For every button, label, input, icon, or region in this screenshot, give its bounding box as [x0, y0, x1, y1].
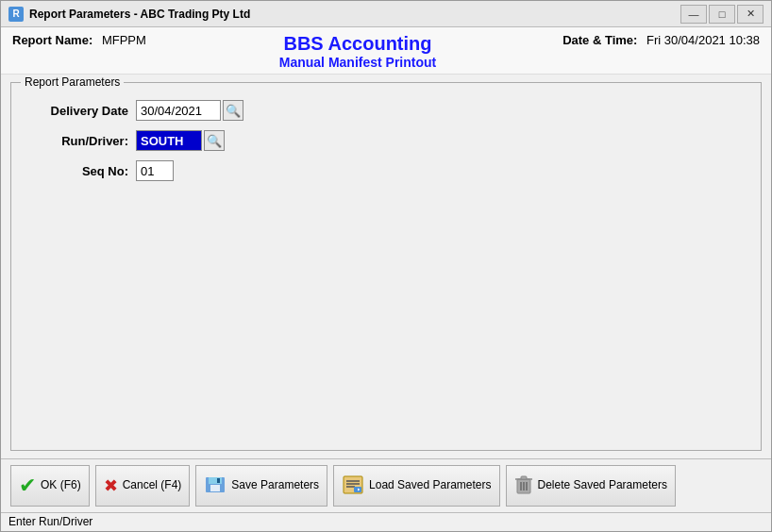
ok-label: OK (F6) [41, 478, 81, 493]
main-window: R Report Parameters - ABC Trading Pty Lt… [0, 0, 772, 532]
load-icon [342, 475, 364, 497]
maximize-button[interactable]: □ [709, 5, 735, 24]
app-title-main: BBS Accounting [163, 33, 552, 55]
app-title-group: BBS Accounting Manual Manifest Printout [163, 33, 552, 70]
report-name-value: MFPPM [102, 33, 146, 47]
search-icon: 🔍 [207, 134, 222, 148]
header-section: Report Name: MFPPM BBS Accounting Manual… [1, 27, 771, 75]
svg-rect-12 [521, 476, 527, 479]
load-label: Load Saved Parameters [369, 478, 491, 493]
delete-saved-parameters-button[interactable]: Delete Saved Parameters [506, 465, 676, 507]
ok-button[interactable]: ✔ OK (F6) [10, 465, 90, 507]
run-driver-input[interactable] [136, 130, 202, 151]
ok-icon: ✔ [19, 475, 36, 496]
group-legend: Report Parameters [21, 75, 124, 89]
save-icon [204, 475, 227, 497]
delivery-date-input-group: 🔍 [136, 100, 243, 121]
seq-no-row: Seq No: [23, 160, 749, 181]
delivery-date-row: Delivery Date 🔍 [23, 100, 749, 121]
content-area: Report Parameters Delivery Date 🔍 Run/Dr… [1, 75, 771, 458]
search-icon: 🔍 [226, 104, 241, 118]
cancel-icon: ✖ [104, 477, 118, 494]
delivery-date-input[interactable] [136, 100, 221, 121]
window-title: Report Parameters - ABC Trading Pty Ltd [29, 8, 250, 21]
run-driver-search-button[interactable]: 🔍 [204, 130, 225, 151]
app-title-sub: Manual Manifest Printout [163, 55, 552, 70]
seq-no-input[interactable] [136, 160, 174, 181]
load-saved-parameters-button[interactable]: Load Saved Parameters [333, 465, 499, 507]
report-name-group: Report Name: MFPPM [12, 33, 163, 47]
datetime-group: Date & Time: Fri 30/04/2021 10:38 [552, 33, 760, 47]
delete-label: Delete Saved Parameters [538, 478, 667, 493]
title-bar-controls: — □ ✕ [680, 5, 764, 24]
save-label: Save Parameters [231, 478, 319, 493]
bottom-bar: ✔ OK (F6) ✖ Cancel (F4) Save Parameters [1, 458, 771, 512]
seq-no-input-group [136, 160, 174, 181]
delete-icon [514, 474, 533, 498]
params-form: Delivery Date 🔍 Run/Driver: 🔍 [23, 100, 749, 181]
seq-no-label: Seq No: [23, 164, 136, 178]
svg-rect-3 [217, 478, 220, 483]
title-bar: R Report Parameters - ABC Trading Pty Lt… [1, 1, 771, 27]
datetime-label: Date & Time: [562, 33, 637, 47]
datetime-value: Fri 30/04/2021 10:38 [646, 33, 760, 47]
svg-rect-2 [210, 485, 220, 491]
minimize-button[interactable]: — [680, 5, 707, 24]
run-driver-input-group: 🔍 [136, 130, 225, 151]
report-name-label: Report Name: [12, 33, 92, 47]
header-row: Report Name: MFPPM BBS Accounting Manual… [12, 33, 760, 70]
close-button[interactable]: ✕ [737, 5, 764, 24]
run-driver-label: Run/Driver: [23, 134, 136, 148]
status-text: Enter Run/Driver [8, 515, 92, 528]
title-bar-left: R Report Parameters - ABC Trading Pty Lt… [8, 7, 250, 22]
save-parameters-button[interactable]: Save Parameters [195, 465, 327, 507]
app-icon: R [8, 7, 24, 22]
cancel-button[interactable]: ✖ Cancel (F4) [95, 465, 191, 507]
delivery-date-search-button[interactable]: 🔍 [223, 100, 243, 121]
cancel-label: Cancel (F4) [123, 478, 182, 493]
report-params-group: Report Parameters Delivery Date 🔍 Run/Dr… [10, 82, 762, 451]
run-driver-row: Run/Driver: 🔍 [23, 130, 749, 151]
delivery-date-label: Delivery Date [23, 104, 136, 118]
status-bar: Enter Run/Driver [1, 512, 771, 531]
